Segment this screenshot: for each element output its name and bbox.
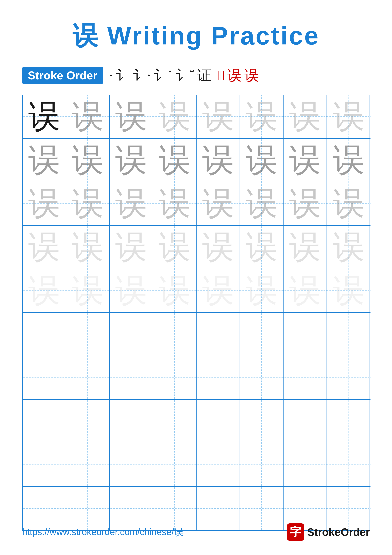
grid-cell-empty[interactable]	[23, 400, 66, 443]
grid-cell-5-2: 误	[66, 269, 110, 313]
grid-cell-empty[interactable]	[66, 356, 110, 400]
grid-cell-empty[interactable]	[327, 356, 371, 400]
grid-cell-empty[interactable]	[23, 443, 66, 487]
grid-row-5: 误 误 误 误 误 误 误 误	[23, 269, 370, 313]
char-light: 误	[246, 101, 277, 132]
grid-cell-empty[interactable]	[153, 443, 197, 487]
footer-logo-icon: 字	[287, 523, 304, 541]
grid-cell-5-8: 误	[327, 269, 371, 313]
char-practice: 误	[115, 275, 147, 307]
grid-cell-empty[interactable]	[240, 356, 284, 400]
stroke-seq-7: 误̃	[214, 67, 225, 84]
grid-cell-2-8: 误	[327, 139, 371, 182]
grid-cell-empty[interactable]	[327, 400, 371, 443]
grid-cell-empty[interactable]	[153, 400, 197, 443]
grid-cell-empty[interactable]	[240, 443, 284, 487]
grid-row-4: 误 误 误 误 误 误 误 误	[23, 226, 370, 269]
char-practice: 误	[202, 275, 234, 307]
grid-row-8	[23, 400, 370, 443]
grid-cell-empty[interactable]	[197, 443, 240, 487]
char-light: 误	[289, 101, 321, 132]
grid-row-7	[23, 356, 370, 400]
grid-cell-empty[interactable]	[153, 356, 197, 400]
char-light: 误	[333, 101, 364, 132]
grid-cell-1-4: 误	[153, 95, 197, 139]
grid-cell-empty[interactable]	[284, 356, 327, 400]
grid-cell-2-4: 误	[153, 139, 197, 182]
grid-cell-empty[interactable]	[327, 313, 371, 356]
grid-cell-2-2: 误	[66, 139, 110, 182]
char-practice: 误	[289, 231, 321, 263]
grid-row-2: 误 误 误 误 误 误 误 误	[23, 139, 370, 182]
grid-row-6	[23, 313, 370, 356]
grid-cell-empty[interactable]	[153, 313, 197, 356]
grid-cell-empty[interactable]	[284, 400, 327, 443]
char-practice: 误	[115, 144, 147, 176]
grid-cell-3-2: 误	[66, 182, 110, 226]
char-practice: 误	[246, 231, 277, 263]
char-practice: 误	[115, 231, 147, 263]
grid-cell-2-7: 误	[284, 139, 327, 182]
practice-grid: 误 误 误 误 误 误 误 误 误 误 误 误 误 误 误 误 误 误 误 误 …	[22, 95, 370, 531]
stroke-order-badge: Stroke Order	[22, 67, 103, 84]
grid-cell-empty[interactable]	[240, 400, 284, 443]
stroke-seq-9: 误	[244, 66, 259, 85]
footer-logo-char: 字	[290, 525, 301, 540]
stroke-seq-6: 证	[197, 66, 211, 85]
grid-cell-empty[interactable]	[110, 356, 153, 400]
char-practice: 误	[28, 144, 60, 176]
grid-cell-3-4: 误	[153, 182, 197, 226]
char-practice: 误	[115, 188, 147, 219]
stroke-seq-4: 讠˙	[154, 66, 172, 85]
grid-cell-5-4: 误	[153, 269, 197, 313]
grid-cell-empty[interactable]	[66, 443, 110, 487]
grid-cell-empty[interactable]	[284, 313, 327, 356]
grid-row-1: 误 误 误 误 误 误 误 误	[23, 95, 370, 139]
char-practice: 误	[28, 231, 60, 263]
grid-cell-3-1: 误	[23, 182, 66, 226]
grid-cell-1-1: 误	[23, 95, 66, 139]
grid-cell-2-3: 误	[110, 139, 153, 182]
char-practice: 误	[202, 188, 234, 219]
grid-cell-empty[interactable]	[110, 313, 153, 356]
char-practice: 误	[289, 144, 321, 176]
grid-cell-empty[interactable]	[327, 443, 371, 487]
grid-cell-1-6: 误	[240, 95, 284, 139]
char-practice: 误	[246, 188, 277, 219]
char-practice: 误	[159, 144, 190, 176]
stroke-order-row: Stroke Order · 讠 讠· 讠˙ 讠˘ 证 误̃ 误 误	[22, 66, 370, 85]
char-practice: 误	[159, 275, 190, 307]
grid-row-3: 误 误 误 误 误 误 误 误	[23, 182, 370, 226]
grid-cell-4-3: 误	[110, 226, 153, 269]
grid-cell-empty[interactable]	[66, 400, 110, 443]
grid-cell-empty[interactable]	[197, 356, 240, 400]
grid-cell-4-6: 误	[240, 226, 284, 269]
char-light: 误	[115, 101, 147, 132]
char-practice: 误	[159, 188, 190, 219]
grid-cell-4-4: 误	[153, 226, 197, 269]
grid-cell-empty[interactable]	[23, 356, 66, 400]
grid-cell-empty[interactable]	[240, 313, 284, 356]
char-light: 误	[159, 101, 190, 132]
grid-cell-2-1: 误	[23, 139, 66, 182]
grid-cell-5-1: 误	[23, 269, 66, 313]
grid-cell-2-6: 误	[240, 139, 284, 182]
char-practice: 误	[333, 231, 364, 263]
grid-cell-4-2: 误	[66, 226, 110, 269]
grid-cell-empty[interactable]	[110, 443, 153, 487]
grid-cell-empty[interactable]	[197, 313, 240, 356]
grid-cell-4-1: 误	[23, 226, 66, 269]
grid-cell-empty[interactable]	[284, 443, 327, 487]
grid-cell-empty[interactable]	[23, 313, 66, 356]
page: 误 Writing Practice Stroke Order · 讠 讠· 讠…	[0, 0, 392, 555]
grid-cell-5-6: 误	[240, 269, 284, 313]
char-practice: 误	[72, 188, 103, 219]
char-practice: 误	[28, 275, 60, 307]
grid-cell-empty[interactable]	[197, 400, 240, 443]
char-practice: 误	[28, 188, 60, 219]
footer: https://www.strokeorder.com/chinese/误 字 …	[0, 523, 392, 541]
grid-cell-empty[interactable]	[110, 400, 153, 443]
grid-cell-empty[interactable]	[66, 313, 110, 356]
footer-logo: 字 StrokeOrder	[287, 523, 370, 541]
char-practice: 误	[289, 188, 321, 219]
